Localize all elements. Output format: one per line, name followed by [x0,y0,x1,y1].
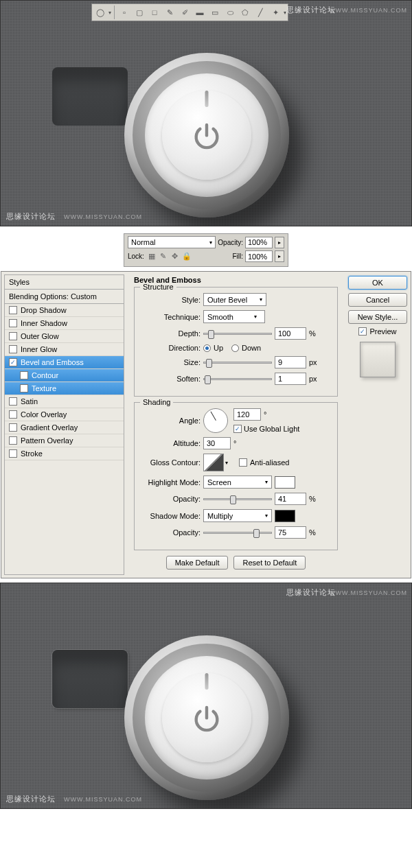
make-default-button[interactable]: Make Default [166,556,229,570]
technique-select[interactable]: Smooth▾ [203,310,265,323]
depth-slider[interactable] [203,333,272,335]
style-item-stroke[interactable]: Stroke [5,447,124,460]
style-item-pattern-overlay[interactable]: Pattern Overlay [5,434,124,447]
style-check[interactable] [9,397,17,406]
altitude-label: Altitude: [141,439,201,447]
tool-line-icon[interactable]: ╱ [253,5,267,19]
blending-options[interactable]: Blending Options: Custom [5,290,124,304]
global-light-check[interactable]: ✓ [233,425,242,433]
h-opacity-input[interactable]: 41 [275,493,306,505]
direction-down-radio[interactable] [231,344,239,352]
dialog-right-panel: OK Cancel New Style... ✓ Preview [347,274,408,575]
style-item-drop-shadow[interactable]: Drop Shadow [5,304,124,317]
style-item-gradient-overlay[interactable]: Gradient Overlay [5,421,124,434]
opacity-flyout[interactable]: ▸ [275,237,284,248]
watermark-cn-b: 思缘设计论坛 [6,211,56,222]
soften-input[interactable]: 1 [275,373,306,385]
direction-up-radio[interactable] [203,344,211,352]
style-check[interactable] [9,410,17,419]
h-opacity-unit: % [309,495,316,503]
style-label-text: Outer Glow [21,332,59,340]
style-label-text: Inner Glow [21,345,57,353]
size-slider[interactable] [203,362,272,364]
highlight-select[interactable]: Screen▾ [203,476,272,489]
contour-caret[interactable]: ▾ [225,460,228,466]
technique-label: Technique: [141,313,201,321]
lock-position-icon[interactable]: ✥ [170,251,181,262]
style-select[interactable]: Outer Bevel▾ [203,293,266,306]
ok-button[interactable]: OK [348,276,407,290]
altitude-input[interactable]: 30 [203,437,231,449]
s-opacity-unit: % [309,528,316,537]
fill-input[interactable]: 100% [245,250,273,262]
direction-down-label: Down [242,344,261,352]
s-opacity-input[interactable]: 75 [275,526,306,539]
shadow-color[interactable] [275,510,295,522]
style-item-inner-glow[interactable]: Inner Glow [5,343,124,356]
lock-transparency-icon[interactable]: ▦ [146,251,157,262]
size-input[interactable]: 9 [275,356,306,368]
style-item-texture[interactable]: Texture [5,382,124,395]
lock-all-icon[interactable]: 🔒 [181,251,192,262]
size-label: Size: [141,358,201,366]
style-check[interactable] [9,319,17,327]
style-check[interactable] [20,371,28,379]
tool-polygon-icon[interactable]: ⬠ [238,5,252,19]
shadow-label: Shadow Mode: [141,512,201,520]
shading-group: Shading Angle: 120 ° ✓ Use Global Light … [134,402,338,550]
tool-square-icon[interactable]: □ [148,5,161,19]
global-light-label: Use Global Light [244,425,299,433]
preview-check[interactable]: ✓ [358,327,367,336]
style-check[interactable] [9,345,17,353]
tool-freeform-icon[interactable]: ✐ [178,5,192,19]
settings-panel: Bevel and Emboss Structure Style: Outer … [128,274,343,575]
highlight-color[interactable] [275,476,295,489]
power-icon [191,703,222,735]
angle-dial[interactable] [203,408,228,433]
style-check[interactable] [9,449,17,458]
style-check[interactable] [20,384,28,392]
gloss-contour[interactable] [203,454,224,471]
style-item-inner-shadow[interactable]: Inner Shadow [5,317,124,330]
styles-header[interactable]: Styles [5,275,124,290]
blend-mode-select[interactable]: Normal ▾ [128,236,216,248]
style-check[interactable]: ✓ [9,358,17,366]
tool-pen-icon[interactable]: ✎ [163,5,176,19]
tool-rounded-icon[interactable]: ▢ [133,5,146,19]
depth-input[interactable]: 100 [275,327,306,340]
soften-slider[interactable] [203,378,272,380]
new-style-button[interactable]: New Style... [348,310,407,324]
angle-input[interactable]: 120 [233,408,261,421]
fill-flyout[interactable]: ▸ [275,250,284,262]
opacity-label: Opacity: [218,239,243,246]
tool-rect-icon[interactable]: ▫ [117,5,131,19]
tool-ellipseshape-icon[interactable]: ⬭ [223,5,237,19]
style-item-color-overlay[interactable]: Color Overlay [5,408,124,421]
style-item-bevel-and-emboss[interactable]: ✓Bevel and Emboss [5,356,124,369]
style-label-text: Color Overlay [21,410,67,419]
style-check[interactable] [9,436,17,445]
layers-bar: Normal ▾ Opacity: 100% ▸ Lock: ▦ ✎ ✥ 🔒 F… [124,233,288,267]
style-item-contour[interactable]: Contour [5,369,124,382]
antialiased-check[interactable] [239,458,247,467]
s-opacity-slider[interactable] [203,532,272,534]
tool-dropdown-caret[interactable]: ▾ [108,10,111,16]
h-opacity-slider[interactable] [203,498,272,500]
style-item-outer-glow[interactable]: Outer Glow [5,330,124,343]
style-check[interactable] [9,332,17,340]
tool-ellipse-icon[interactable]: ◯ [93,5,107,19]
tool-custom-icon[interactable]: ✦ [268,5,282,19]
opacity-input[interactable]: 100% [245,237,273,248]
cancel-button[interactable]: Cancel [348,293,407,307]
tool-roundshape-icon[interactable]: ▭ [208,5,222,19]
direction-label: Direction: [141,344,201,352]
style-label-text: Contour [32,371,58,379]
tool-rectshape-icon[interactable]: ▬ [193,5,207,19]
lock-pixels-icon[interactable]: ✎ [158,251,169,262]
reset-default-button[interactable]: Reset to Default [233,556,306,570]
style-check[interactable] [9,306,17,314]
style-item-satin[interactable]: Satin [5,395,124,408]
style-check[interactable] [9,423,17,432]
watermark-url-2b: WWW.MISSYUAN.COM [64,796,142,803]
shadow-select[interactable]: Multiply▾ [203,509,272,522]
